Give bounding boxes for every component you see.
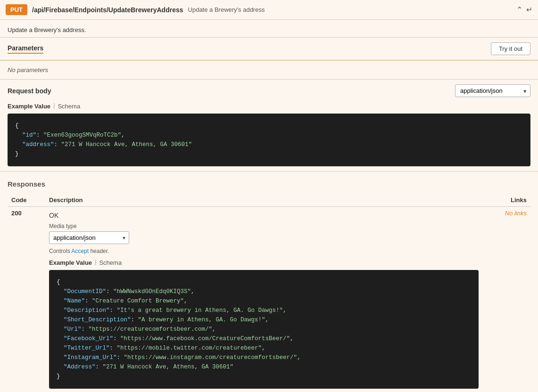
response-media-type-select[interactable]: application/json <box>49 231 129 244</box>
header-controls[interactable]: ⌃ ↵ <box>516 5 532 14</box>
try-it-button[interactable]: Try it out <box>491 42 530 55</box>
request-body-schema-tab[interactable]: Schema <box>58 102 80 111</box>
controls-text: Controls Accept header. <box>49 248 479 254</box>
collapse-icon[interactable]: ⌃ <box>516 5 522 14</box>
response-tabs: Example Value | Schema <box>49 258 479 267</box>
response-media-type-select-wrapper[interactable]: application/json <box>49 231 129 244</box>
request-body-section: Request body application/json Example Va… <box>0 80 538 171</box>
response-code-block: { "DocumentID": "hWWNwskdGOnEdq0KIQ3S", … <box>49 270 479 389</box>
endpoint-path: /api/Firebase/Endpoints/UpdateBreweryAdd… <box>32 6 183 14</box>
responses-title: Responses <box>8 180 45 188</box>
response-description: OK Media type application/json Controls … <box>45 207 482 392</box>
media-type-label: Media type <box>49 223 479 229</box>
response-code: 200 <box>8 207 45 392</box>
response-description-inner: OK Media type application/json Controls … <box>49 210 479 391</box>
parameters-section-header: Parameters Try it out <box>0 38 538 61</box>
responses-section: Responses Code Description Links 200 OK … <box>0 172 538 392</box>
response-ok-text: OK <box>49 212 479 219</box>
description-text: Update a Brewery's address. <box>8 26 86 33</box>
media-type-select-wrapper[interactable]: application/json <box>455 84 530 97</box>
request-body-label: Request body <box>8 87 51 95</box>
request-body-tabs: Example Value | Schema <box>8 102 530 111</box>
method-badge: PUT <box>6 4 27 15</box>
request-body-media-type-select[interactable]: application/json <box>455 84 530 97</box>
response-schema-tab[interactable]: Schema <box>99 258 122 267</box>
response-links: No links <box>482 207 530 392</box>
tab-divider-2: | <box>95 258 96 267</box>
endpoint-description-text: Update a Brewery's address. <box>0 20 538 37</box>
accept-header-link[interactable]: Accept <box>71 248 89 254</box>
endpoint-description: Update a Brewery's address <box>188 6 512 13</box>
responses-table: Code Description Links 200 OK Media type… <box>8 194 530 392</box>
response-example-tab[interactable]: Example Value <box>49 258 92 267</box>
table-row: 200 OK Media type application/json Contr… <box>8 207 530 392</box>
col-code: Code <box>8 194 45 207</box>
controls-prefix: Controls <box>49 248 71 254</box>
col-links: Links <box>482 194 530 207</box>
endpoint-header: PUT /api/Firebase/Endpoints/UpdateBrewer… <box>0 0 538 20</box>
request-body-example-tab[interactable]: Example Value <box>8 102 50 111</box>
col-description: Description <box>45 194 482 207</box>
request-body-code-block: { "id": "Exen63googSMVqRoTC2b", "address… <box>8 114 530 166</box>
parameters-title: Parameters <box>8 44 43 54</box>
request-body-header: Request body application/json <box>8 84 530 97</box>
controls-suffix: header. <box>89 248 109 254</box>
no-parameters-text: No parameters <box>0 61 538 79</box>
tab-divider: | <box>53 102 55 111</box>
expand-icon[interactable]: ↵ <box>526 5 532 14</box>
